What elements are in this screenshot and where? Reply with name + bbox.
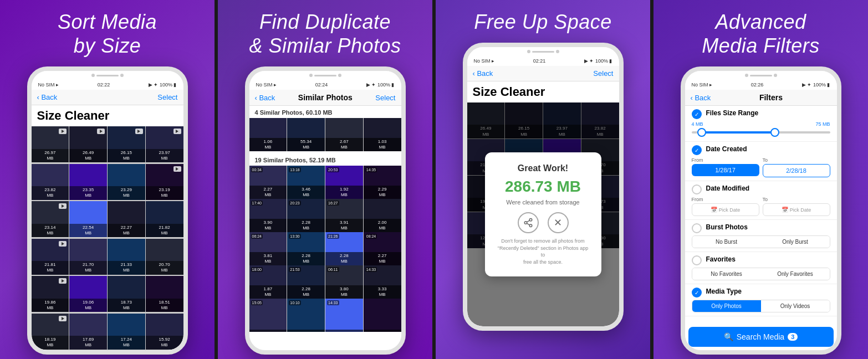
media-cell[interactable]: 23.82MB	[32, 164, 69, 200]
search-media-button[interactable]: 🔍 Search Media 3	[688, 327, 834, 347]
time-overlay: 21:26	[327, 234, 339, 239]
only-videos-btn[interactable]: Only Videos	[761, 300, 830, 312]
media-cell[interactable]: 26.49MB	[69, 126, 107, 162]
media-cell[interactable]: 26.15MB	[108, 126, 145, 162]
media-cell[interactable]: 22.27MB	[108, 201, 145, 237]
media-cell[interactable]: 23.35MB	[69, 164, 107, 200]
time-overlay: 10:10	[289, 300, 301, 305]
date-from-field[interactable]: 1/28/17	[692, 164, 759, 176]
media-cell[interactable]: 18.73MB	[108, 276, 145, 312]
similar-photo[interactable]: 00:34 2.27MB	[249, 166, 287, 199]
media-cell[interactable]: 26.97MB	[32, 126, 69, 162]
media-cell[interactable]: 21.33MB	[108, 239, 145, 275]
time-overlay: 08:24	[365, 234, 377, 239]
similar-photo[interactable]: 10:10	[287, 299, 325, 332]
similar-photo[interactable]: 21:53 2.28MB	[287, 265, 325, 299]
time-overlay: 15:05	[251, 300, 263, 305]
back-button-2[interactable]: ‹ Back	[255, 94, 275, 102]
select-button-1[interactable]: Select	[157, 93, 177, 101]
media-cell[interactable]: 21.82MB	[146, 201, 183, 237]
media-cell[interactable]: 18.51MB	[146, 276, 183, 312]
no-burst-btn[interactable]: No Burst	[692, 236, 761, 248]
photo-size: 1.92MB	[325, 186, 363, 199]
similar-photo[interactable]: 20:23 2.28MB	[287, 199, 325, 232]
only-burst-btn[interactable]: Only Burst	[761, 236, 830, 248]
similar-photo[interactable]: 06:11 3.80MB	[325, 265, 363, 299]
similar-photo[interactable]: 08:24 2.27MB	[364, 232, 401, 265]
no-favorites-btn[interactable]: No Favorites	[692, 268, 761, 280]
media-cell[interactable]: 18.19MB	[32, 314, 69, 350]
similar-photo[interactable]: 1.06MB	[249, 118, 287, 151]
to-label: To	[763, 157, 830, 163]
svg-point-0	[529, 219, 532, 222]
battery-label: ▶ ✦ 100% ▮	[366, 82, 395, 88]
range-thumb-left[interactable]	[697, 128, 706, 137]
similar-photo[interactable]: 16:27 3.91MB	[325, 199, 363, 232]
media-cell[interactable]: 19.86MB	[32, 276, 69, 312]
range-labels: 4 MB 75 MB	[692, 121, 830, 127]
similar-photo[interactable]	[364, 299, 401, 332]
similar-photo[interactable]: 55.34MB	[287, 118, 325, 151]
media-cell[interactable]: 15.92MB	[146, 314, 183, 350]
media-size: 17.24MB	[108, 336, 145, 350]
photo-size: 2.28MB	[287, 285, 325, 299]
only-photos-btn[interactable]: Only Photos	[692, 300, 761, 312]
similar-photo[interactable]: 2.67MB	[325, 118, 363, 151]
back-button-4[interactable]: ‹ Back	[691, 94, 711, 102]
close-modal-button[interactable]: ✕	[548, 212, 569, 233]
only-favorites-btn[interactable]: Only Favorites	[761, 268, 830, 280]
similar-photo[interactable]: 06:24 3.81MB	[249, 232, 287, 265]
speaker	[314, 75, 336, 76]
similar-photo[interactable]: 18:00 1.87MB	[249, 265, 287, 299]
filter-check-burst[interactable]	[692, 223, 702, 233]
time-overlay: 14:33	[327, 300, 339, 305]
media-cell[interactable]: 17.24MB	[108, 314, 145, 350]
similar-photo[interactable]: 17:40 3.90MB	[249, 199, 287, 232]
filter-check-datemodified[interactable]	[692, 184, 702, 194]
filter-check-favorites[interactable]	[692, 255, 702, 265]
select-button-2[interactable]: Select	[375, 94, 395, 102]
similar-photo[interactable]: 14:33 3.33MB	[364, 265, 401, 299]
media-cell[interactable]: 23.19MB	[146, 164, 183, 200]
filter-check-datecreated[interactable]	[692, 145, 702, 155]
back-button-1[interactable]: ‹ Back	[37, 93, 58, 101]
back-button-3[interactable]: ‹ Back	[473, 69, 493, 78]
screen-title-1: Size Cleaner	[32, 105, 183, 126]
similar-photo[interactable]: 14:35 2.29MB	[364, 166, 401, 199]
similar-photo[interactable]: 20:53 1.92MB	[325, 166, 363, 199]
media-cell[interactable]: 22.54MB	[69, 201, 107, 237]
media-cell[interactable]: 21.81MB	[32, 239, 69, 275]
similar-photo[interactable]: 13:30 2.28MB	[287, 232, 325, 265]
speaker	[532, 51, 554, 53]
calendar-icon: 📅	[711, 207, 717, 213]
date-to-field-mod[interactable]: 📅 Pick Date	[763, 203, 830, 216]
media-cell[interactable]: 17.69MB	[69, 314, 107, 350]
media-cell[interactable]: 23.29MB	[108, 164, 145, 200]
filter-check-mediatype[interactable]	[692, 288, 702, 298]
range-slider[interactable]	[692, 127, 830, 138]
media-cell[interactable]: 19.06MB	[69, 276, 107, 312]
time-label: 02:26	[751, 82, 764, 88]
select-button-3[interactable]: Select	[593, 69, 613, 78]
media-cell[interactable]: 23.14MB	[32, 201, 69, 237]
notch-dot-2	[338, 74, 341, 77]
similar-photo[interactable]: 2.00MB	[364, 199, 401, 232]
date-to-field[interactable]: 2/28/18	[763, 164, 830, 177]
media-cell[interactable]: 20.70MB	[146, 239, 183, 275]
media-size: 19.86MB	[32, 299, 69, 312]
similar-photo[interactable]: 21:26 2.28MB	[325, 232, 363, 265]
media-size: 17.69MB	[69, 336, 107, 350]
status-bar-2: No SIM ▸ 02:24 ▶ ✦ 100% ▮	[249, 80, 401, 90]
range-thumb-right[interactable]	[770, 128, 779, 137]
from-label-mod: From	[692, 197, 759, 202]
success-modal-overlay: Great Work! 286.73 MB Were cleaned from …	[467, 102, 619, 326]
filter-check-filesize[interactable]	[692, 109, 702, 119]
date-from-field-mod[interactable]: 📅 Pick Date	[692, 203, 759, 216]
similar-photo[interactable]: 1.03MB	[364, 118, 401, 151]
similar-photo[interactable]: 15:05	[249, 299, 287, 332]
share-button[interactable]	[518, 212, 539, 233]
media-cell[interactable]: 21.70MB	[69, 239, 107, 275]
media-cell[interactable]: 23.97MB	[146, 126, 183, 162]
similar-photo[interactable]: 13:18 3.46MB	[287, 166, 325, 199]
similar-photo[interactable]: 14:33	[325, 299, 363, 332]
